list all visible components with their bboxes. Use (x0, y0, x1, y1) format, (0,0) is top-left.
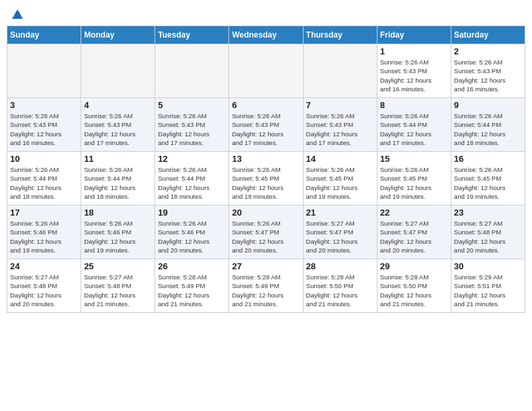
weekday-header-friday: Friday (377, 26, 451, 44)
day-info: Sunrise: 5:27 AM Sunset: 5:47 PM Dayligh… (380, 219, 448, 255)
day-info: Sunrise: 5:26 AM Sunset: 5:44 PM Dayligh… (10, 165, 78, 201)
day-info: Sunrise: 5:26 AM Sunset: 5:47 PM Dayligh… (232, 219, 300, 255)
calendar-cell: 13Sunrise: 5:26 AM Sunset: 5:45 PM Dayli… (229, 152, 303, 205)
calendar-cell: 30Sunrise: 5:29 AM Sunset: 5:51 PM Dayli… (451, 259, 525, 313)
day-number: 24 (10, 261, 78, 271)
weekday-header-monday: Monday (81, 26, 155, 44)
calendar-cell: 6Sunrise: 5:26 AM Sunset: 5:43 PM Daylig… (229, 98, 303, 152)
calendar-cell: 29Sunrise: 5:28 AM Sunset: 5:50 PM Dayli… (377, 259, 451, 313)
day-number: 4 (84, 100, 152, 110)
calendar-cell: 5Sunrise: 5:26 AM Sunset: 5:43 PM Daylig… (155, 98, 229, 152)
weekday-header-row: SundayMondayTuesdayWednesdayThursdayFrid… (7, 26, 525, 44)
day-number: 30 (454, 261, 522, 271)
calendar-cell: 3Sunrise: 5:26 AM Sunset: 5:43 PM Daylig… (7, 98, 81, 152)
day-info: Sunrise: 5:26 AM Sunset: 5:43 PM Dayligh… (380, 58, 448, 93)
day-number: 29 (380, 261, 448, 271)
day-info: Sunrise: 5:28 AM Sunset: 5:50 PM Dayligh… (306, 273, 374, 308)
day-number: 14 (306, 154, 374, 164)
day-info: Sunrise: 5:26 AM Sunset: 5:43 PM Dayligh… (306, 111, 374, 147)
calendar-cell: 22Sunrise: 5:27 AM Sunset: 5:47 PM Dayli… (377, 205, 451, 259)
calendar-cell: 20Sunrise: 5:26 AM Sunset: 5:47 PM Dayli… (229, 205, 303, 259)
calendar-week-row: 3Sunrise: 5:26 AM Sunset: 5:43 PM Daylig… (7, 98, 525, 152)
calendar-cell (7, 44, 81, 98)
day-number: 10 (10, 154, 78, 164)
calendar-cell: 27Sunrise: 5:28 AM Sunset: 5:49 PM Dayli… (229, 259, 303, 313)
calendar-cell: 2Sunrise: 5:26 AM Sunset: 5:43 PM Daylig… (451, 44, 525, 98)
weekday-header-saturday: Saturday (451, 26, 525, 44)
calendar-cell: 15Sunrise: 5:26 AM Sunset: 5:45 PM Dayli… (377, 152, 451, 205)
calendar-cell: 18Sunrise: 5:26 AM Sunset: 5:46 PM Dayli… (81, 205, 155, 259)
calendar-table: SundayMondayTuesdayWednesdayThursdayFrid… (7, 26, 525, 313)
day-info: Sunrise: 5:28 AM Sunset: 5:49 PM Dayligh… (158, 273, 226, 308)
day-number: 8 (380, 100, 448, 110)
calendar-cell: 11Sunrise: 5:26 AM Sunset: 5:44 PM Dayli… (81, 152, 155, 205)
calendar-cell: 16Sunrise: 5:26 AM Sunset: 5:45 PM Dayli… (451, 152, 525, 205)
day-info: Sunrise: 5:26 AM Sunset: 5:46 PM Dayligh… (10, 219, 78, 255)
day-number: 18 (84, 208, 152, 218)
day-number: 28 (306, 261, 374, 271)
calendar-cell: 19Sunrise: 5:26 AM Sunset: 5:46 PM Dayli… (155, 205, 229, 259)
day-info: Sunrise: 5:27 AM Sunset: 5:48 PM Dayligh… (10, 273, 78, 308)
day-info: Sunrise: 5:26 AM Sunset: 5:43 PM Dayligh… (454, 58, 522, 93)
day-info: Sunrise: 5:26 AM Sunset: 5:44 PM Dayligh… (158, 165, 226, 201)
logo (11, 9, 23, 17)
day-info: Sunrise: 5:26 AM Sunset: 5:44 PM Dayligh… (380, 111, 448, 147)
calendar-cell (155, 44, 229, 98)
day-number: 20 (232, 208, 300, 218)
page-header (7, 7, 525, 20)
day-number: 15 (380, 154, 448, 164)
calendar-cell: 12Sunrise: 5:26 AM Sunset: 5:44 PM Dayli… (155, 152, 229, 205)
day-number: 7 (306, 100, 374, 110)
calendar-cell: 4Sunrise: 5:26 AM Sunset: 5:43 PM Daylig… (81, 98, 155, 152)
weekday-header-thursday: Thursday (303, 26, 377, 44)
day-number: 17 (10, 208, 78, 218)
day-number: 13 (232, 154, 300, 164)
day-info: Sunrise: 5:26 AM Sunset: 5:46 PM Dayligh… (84, 219, 152, 255)
calendar-cell: 23Sunrise: 5:27 AM Sunset: 5:48 PM Dayli… (451, 205, 525, 259)
calendar-cell: 28Sunrise: 5:28 AM Sunset: 5:50 PM Dayli… (303, 259, 377, 313)
calendar-cell: 9Sunrise: 5:26 AM Sunset: 5:44 PM Daylig… (451, 98, 525, 152)
calendar-cell (81, 44, 155, 98)
day-info: Sunrise: 5:28 AM Sunset: 5:49 PM Dayligh… (232, 273, 300, 308)
weekday-header-wednesday: Wednesday (229, 26, 303, 44)
day-info: Sunrise: 5:26 AM Sunset: 5:43 PM Dayligh… (84, 111, 152, 147)
day-number: 11 (84, 154, 152, 164)
day-number: 9 (454, 100, 522, 110)
calendar-week-row: 10Sunrise: 5:26 AM Sunset: 5:44 PM Dayli… (7, 152, 525, 205)
calendar-cell: 17Sunrise: 5:26 AM Sunset: 5:46 PM Dayli… (7, 205, 81, 259)
day-info: Sunrise: 5:27 AM Sunset: 5:47 PM Dayligh… (306, 219, 374, 255)
calendar-cell (303, 44, 377, 98)
weekday-header-tuesday: Tuesday (155, 26, 229, 44)
day-info: Sunrise: 5:26 AM Sunset: 5:44 PM Dayligh… (84, 165, 152, 201)
day-number: 12 (158, 154, 226, 164)
calendar-body: 1Sunrise: 5:26 AM Sunset: 5:43 PM Daylig… (7, 44, 525, 313)
calendar-cell: 25Sunrise: 5:27 AM Sunset: 5:48 PM Dayli… (81, 259, 155, 313)
day-info: Sunrise: 5:26 AM Sunset: 5:45 PM Dayligh… (232, 165, 300, 201)
day-number: 23 (454, 208, 522, 218)
day-number: 2 (454, 46, 522, 56)
calendar-week-row: 17Sunrise: 5:26 AM Sunset: 5:46 PM Dayli… (7, 205, 525, 259)
day-info: Sunrise: 5:27 AM Sunset: 5:48 PM Dayligh… (454, 219, 522, 255)
day-info: Sunrise: 5:26 AM Sunset: 5:43 PM Dayligh… (10, 111, 78, 147)
calendar-cell: 8Sunrise: 5:26 AM Sunset: 5:44 PM Daylig… (377, 98, 451, 152)
weekday-header-sunday: Sunday (7, 26, 81, 44)
day-info: Sunrise: 5:26 AM Sunset: 5:43 PM Dayligh… (158, 111, 226, 147)
calendar-week-row: 1Sunrise: 5:26 AM Sunset: 5:43 PM Daylig… (7, 44, 525, 98)
calendar-cell: 21Sunrise: 5:27 AM Sunset: 5:47 PM Dayli… (303, 205, 377, 259)
day-number: 25 (84, 261, 152, 271)
calendar-cell: 14Sunrise: 5:26 AM Sunset: 5:45 PM Dayli… (303, 152, 377, 205)
calendar-cell: 26Sunrise: 5:28 AM Sunset: 5:49 PM Dayli… (155, 259, 229, 313)
day-number: 26 (158, 261, 226, 271)
day-number: 22 (380, 208, 448, 218)
day-info: Sunrise: 5:26 AM Sunset: 5:43 PM Dayligh… (232, 111, 300, 147)
day-number: 16 (454, 154, 522, 164)
calendar-cell (229, 44, 303, 98)
day-info: Sunrise: 5:28 AM Sunset: 5:50 PM Dayligh… (380, 273, 448, 308)
day-info: Sunrise: 5:29 AM Sunset: 5:51 PM Dayligh… (454, 273, 522, 308)
day-info: Sunrise: 5:26 AM Sunset: 5:45 PM Dayligh… (306, 165, 374, 201)
day-number: 21 (306, 208, 374, 218)
day-number: 1 (380, 46, 448, 56)
day-number: 19 (158, 208, 226, 218)
calendar-cell: 10Sunrise: 5:26 AM Sunset: 5:44 PM Dayli… (7, 152, 81, 205)
calendar-cell: 1Sunrise: 5:26 AM Sunset: 5:43 PM Daylig… (377, 44, 451, 98)
